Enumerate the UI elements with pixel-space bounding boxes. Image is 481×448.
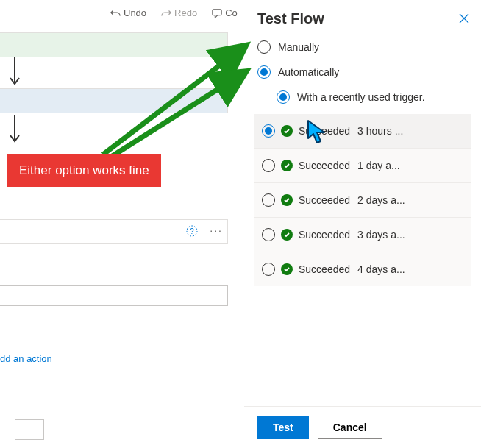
panel-footer: Test Cancel bbox=[244, 406, 481, 448]
cancel-button[interactable]: Cancel bbox=[318, 416, 382, 439]
panel-title: Test Flow bbox=[244, 0, 481, 35]
test-flow-panel: Test Flow Manually Automatically With a … bbox=[244, 0, 481, 448]
run-item[interactable]: Succeeded 1 day a... bbox=[254, 149, 471, 183]
run-item[interactable]: Succeeded 4 days a... bbox=[254, 252, 471, 286]
run-time: 3 hours ... bbox=[357, 125, 403, 137]
annotation-callout: Either option works fine bbox=[7, 154, 161, 187]
redo-label: Redo bbox=[174, 7, 197, 18]
comment-icon bbox=[212, 8, 222, 18]
radio-icon[interactable] bbox=[262, 228, 275, 241]
flow-canvas: Undo Redo Co ? ··· dd an action bbox=[0, 0, 244, 448]
flow-step-card[interactable] bbox=[15, 419, 44, 440]
option-label: Manually bbox=[278, 41, 319, 53]
radio-icon[interactable] bbox=[262, 159, 275, 172]
flow-connector-arrow-icon bbox=[7, 57, 22, 88]
run-status: Succeeded bbox=[299, 194, 350, 206]
flow-step-card[interactable] bbox=[0, 32, 228, 57]
option-label: With a recently used trigger. bbox=[297, 91, 425, 103]
redo-icon bbox=[161, 8, 171, 18]
run-time: 3 days a... bbox=[357, 229, 405, 241]
close-button[interactable] bbox=[459, 13, 469, 26]
run-status: Succeeded bbox=[299, 263, 350, 275]
undo-icon bbox=[110, 8, 121, 18]
radio-icon[interactable] bbox=[257, 65, 271, 79]
run-time: 1 day a... bbox=[357, 160, 400, 171]
radio-icon[interactable] bbox=[262, 193, 275, 207]
run-item[interactable]: Succeeded 2 days a... bbox=[254, 183, 471, 218]
run-status: Succeeded bbox=[299, 160, 350, 171]
option-label: Automatically bbox=[278, 66, 339, 78]
radio-icon[interactable] bbox=[257, 40, 271, 54]
svg-rect-0 bbox=[213, 9, 221, 15]
option-recent-trigger[interactable]: With a recently used trigger. bbox=[244, 85, 481, 110]
more-icon[interactable]: ··· bbox=[210, 224, 223, 236]
flow-step-card[interactable] bbox=[0, 88, 228, 113]
test-button[interactable]: Test bbox=[257, 416, 309, 439]
undo-button[interactable]: Undo bbox=[110, 7, 146, 18]
run-status: Succeeded bbox=[299, 125, 350, 137]
info-icon: ? bbox=[186, 225, 198, 237]
option-automatically[interactable]: Automatically bbox=[244, 60, 481, 85]
radio-icon[interactable] bbox=[262, 263, 275, 276]
comments-button[interactable]: Co bbox=[212, 7, 238, 18]
close-icon bbox=[459, 13, 469, 24]
radio-icon[interactable] bbox=[277, 90, 290, 104]
success-icon bbox=[281, 194, 293, 206]
svg-text:?: ? bbox=[190, 227, 194, 235]
flow-input-field[interactable] bbox=[0, 285, 228, 306]
add-action-link[interactable]: dd an action bbox=[0, 353, 52, 364]
run-item[interactable]: Succeeded 3 days a... bbox=[254, 218, 471, 252]
success-icon bbox=[281, 229, 293, 241]
run-time: 2 days a... bbox=[357, 194, 405, 206]
run-time: 4 days a... bbox=[357, 263, 405, 275]
option-manually[interactable]: Manually bbox=[244, 35, 481, 60]
redo-button[interactable]: Redo bbox=[161, 7, 197, 18]
radio-icon[interactable] bbox=[262, 124, 275, 138]
success-icon bbox=[281, 125, 293, 137]
flow-connector-arrow-icon bbox=[7, 115, 22, 146]
flow-step-card[interactable]: ? ··· bbox=[0, 219, 228, 244]
run-item[interactable]: Succeeded 3 hours ... bbox=[254, 114, 471, 149]
comments-label: Co bbox=[225, 7, 238, 18]
undo-label: Undo bbox=[124, 7, 146, 18]
canvas-toolbar: Undo Redo Co bbox=[110, 7, 238, 18]
recent-runs-list: Succeeded 3 hours ... Succeeded 1 day a.… bbox=[254, 114, 471, 286]
success-icon bbox=[281, 263, 293, 275]
success-icon bbox=[281, 160, 293, 171]
run-status: Succeeded bbox=[299, 229, 350, 241]
